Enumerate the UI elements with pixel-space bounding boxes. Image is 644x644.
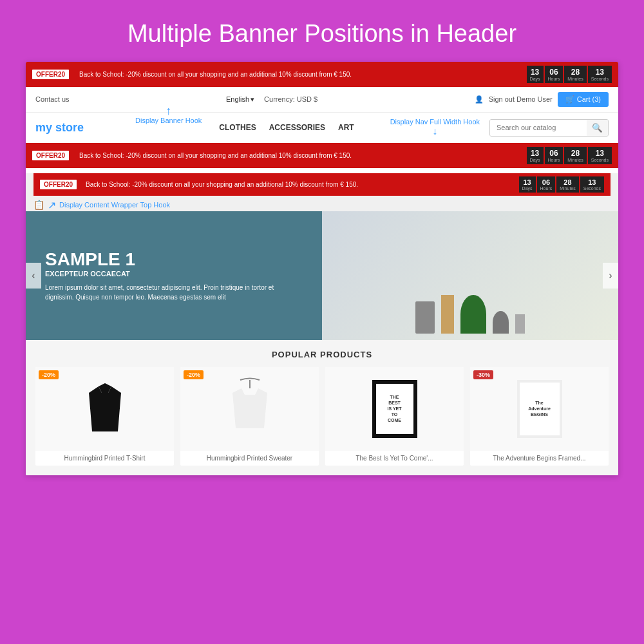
poster-frame-3: THEBESTIS YETTOCOME: [372, 380, 417, 438]
currency-selector[interactable]: Currency: USD $: [264, 95, 317, 103]
product-image-4: -30% TheAdventureBEGINS: [470, 367, 609, 451]
product-card-3[interactable]: THEBESTIS YETTOCOME The Best Is Yet To C…: [325, 367, 464, 466]
main-navigation: CLOTHES ACCESSORIES ART: [219, 123, 354, 132]
discount-badge-2: -20%: [184, 370, 204, 379]
product-card-2[interactable]: -20% Hummingbird Printed Sweater: [180, 367, 319, 466]
contact-link[interactable]: Contact us: [35, 95, 70, 103]
nav-art[interactable]: ART: [338, 123, 354, 132]
logo-my: my: [35, 121, 55, 134]
cart-button[interactable]: 🛒 Cart (3): [558, 92, 609, 107]
search-button[interactable]: 🔍: [587, 120, 608, 136]
product-image-3: THEBESTIS YETTOCOME: [325, 367, 464, 451]
hero-subtitle: EXCEPTEUR OCCAECAT: [45, 270, 303, 278]
room-plant: [460, 295, 486, 334]
content-annotation-text: Display Content Wrapper Top Hook: [59, 201, 170, 209]
room-object-1: [415, 301, 435, 334]
promo-code-second: OFFER20: [32, 151, 69, 160]
search-input[interactable]: [490, 120, 587, 136]
sweater-image-2: [227, 377, 272, 441]
hero-slider: ‹ SAMPLE 1 EXCEPTEUR OCCAECAT Lorem ipsu…: [26, 211, 618, 340]
store-preview: OFFER20 Back to School: -20% discount on…: [26, 62, 618, 475]
countdown-top: 13 Days 06 Hours 28 Minutes 13 Seconds: [527, 66, 612, 83]
countdown-inner: 13 Days 06 Hours 28 Minutes 13 Seconds: [519, 176, 604, 193]
promo-code-inner: OFFER20: [40, 180, 77, 189]
promo-bar-second: OFFER20 Back to School: -20% discount on…: [26, 143, 618, 168]
copy-icon: 📋: [33, 200, 44, 210]
cart-icon: 🛒: [565, 95, 574, 104]
nav-accessories[interactable]: ACCESSORIES: [269, 123, 325, 132]
countdown-second: 13 Days 06 Hours 28 Minutes 13 Seconds: [527, 147, 612, 164]
products-grid: -20% Hummingbird Printed T-Shirt -20%: [35, 367, 609, 466]
nav-right: 👤 Sign out Demo User 🛒 Cart (3): [475, 92, 609, 107]
slider-next-button[interactable]: ›: [603, 263, 618, 289]
product-name-1: Hummingbird Printed T-Shirt: [35, 451, 174, 466]
promo-text-second: Back to School: -20% discount on all you…: [79, 152, 352, 159]
hero-room-decoration: [322, 211, 618, 340]
countdown-minutes: 28 Minutes: [564, 66, 587, 83]
product-card-4[interactable]: -30% TheAdventureBEGINS The Adventure Be…: [470, 367, 609, 466]
display-nav-full-width-annotation: Display Nav Full Width Hook ↓: [390, 118, 480, 137]
room-object-2: [441, 295, 454, 334]
svg-marker-3: [232, 388, 267, 428]
product-image-2: -20%: [180, 367, 319, 451]
hero-description: Lorem ipsum dolor sit amet, consectetur …: [45, 283, 303, 302]
main-title: Multiple Banner Positions in Header: [26, 19, 618, 49]
room-object-4: [515, 314, 525, 334]
popular-products-title: POPULAR PRODUCTS: [35, 350, 609, 359]
hero-image-right: [322, 211, 618, 340]
nav-center: English ▾ Currency: USD $: [226, 95, 317, 104]
sign-out-link[interactable]: Sign out Demo User: [489, 95, 553, 103]
room-object-3: [493, 311, 509, 334]
slider-prev-button[interactable]: ‹: [26, 263, 41, 289]
hero-content-left: SAMPLE 1 EXCEPTEUR OCCAECAT Lorem ipsum …: [26, 236, 322, 315]
product-name-3: The Best Is Yet To Come'...: [325, 451, 464, 466]
countdown-days: 13 Days: [527, 66, 544, 83]
discount-badge-1: -20%: [39, 370, 59, 379]
store-logo[interactable]: my store: [35, 121, 84, 135]
content-wrapper-annotation: 📋 ↗ Display Content Wrapper Top Hook: [26, 196, 618, 211]
outer-container: Multiple Banner Positions in Header OFFE…: [26, 19, 618, 625]
hero-section: OFFER20 Back to School: -20% discount on…: [26, 173, 618, 340]
product-card-1[interactable]: -20% Hummingbird Printed T-Shirt: [35, 367, 174, 466]
search-bar[interactable]: 🔍: [489, 119, 609, 137]
product-name-4: The Adventure Begins Framed...: [470, 451, 609, 466]
promo-text-inner: Back to School: -20% discount on all you…: [86, 181, 358, 188]
countdown-hours: 06 Hours: [545, 66, 564, 83]
promo-bar-top: OFFER20 Back to School: -20% discount on…: [26, 62, 618, 87]
tshirt-image-1: [82, 380, 128, 438]
discount-badge-4: -30%: [473, 370, 493, 379]
hero-title: SAMPLE 1: [45, 249, 303, 270]
product-image-1: -20%: [35, 367, 174, 451]
svg-marker-0: [89, 386, 121, 431]
logo-store: store: [55, 121, 84, 134]
logo-bar: my store CLOTHES ACCESSORIES ART Display…: [26, 113, 618, 143]
language-selector[interactable]: English ▾: [226, 95, 254, 104]
promo-code-top: OFFER20: [32, 70, 69, 79]
hero-promo-inner: OFFER20 Back to School: -20% discount on…: [33, 173, 611, 196]
nav-clothes[interactable]: CLOTHES: [219, 123, 256, 132]
poster-frame-4: TheAdventureBEGINS: [517, 380, 562, 438]
promo-text-top: Back to School: -20% discount on all you…: [79, 71, 352, 78]
user-icon: 👤: [475, 95, 484, 104]
countdown-seconds: 13 Seconds: [588, 66, 612, 83]
nav-bar: Contact us ↑ Display Banner Hook English…: [26, 87, 618, 113]
popular-products-section: POPULAR PRODUCTS -20% Hummingbird Printe…: [26, 340, 618, 475]
product-name-2: Hummingbird Printed Sweater: [180, 451, 319, 466]
